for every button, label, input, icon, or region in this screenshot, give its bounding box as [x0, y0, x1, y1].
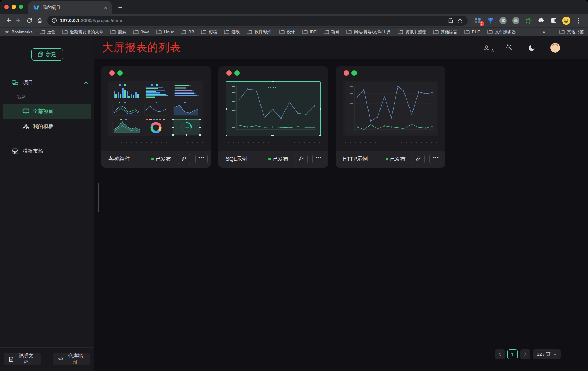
- project-name: 各种组件: [108, 156, 151, 162]
- browser-toolbar: 127.0.0.1:3000/#/project/items 9 ⌘: [0, 14, 588, 27]
- card-dotted-divider: [226, 142, 321, 143]
- project-thumbnail[interactable]: [226, 81, 321, 136]
- edit-project-button[interactable]: [412, 154, 425, 164]
- extension-command-icon[interactable]: ⌘: [499, 16, 507, 25]
- chevron-left-icon: [498, 352, 501, 356]
- project-thumbnail[interactable]: [343, 81, 438, 136]
- bookmark-folder[interactable]: 搜索: [110, 29, 126, 35]
- bookmark-folder[interactable]: 文件服务器: [487, 29, 516, 35]
- sidebar-toggle-icon[interactable]: [550, 16, 558, 25]
- sidebar-section-mine: 我的: [0, 94, 94, 100]
- bookmark-folder[interactable]: 运营: [40, 29, 55, 35]
- share-icon[interactable]: [446, 16, 455, 25]
- home-icon[interactable]: [34, 15, 45, 26]
- sidebar: 新建 项目 我的 全部项目 我的模板 模板市场: [0, 36, 94, 371]
- sidebar-group-project[interactable]: 项目: [0, 75, 94, 90]
- sidebar-item-all-projects[interactable]: 全部项目: [3, 104, 91, 119]
- edit-project-button[interactable]: [178, 154, 190, 164]
- folder-icon: [110, 30, 116, 34]
- user-avatar[interactable]: [550, 43, 560, 53]
- minimize-window-button[interactable]: [12, 5, 16, 9]
- page-size-select[interactable]: 12 / 页: [533, 349, 561, 359]
- other-bookmarks-folder[interactable]: 其他书签: [559, 29, 584, 35]
- address-bar[interactable]: 127.0.0.1:3000/#/project/items: [47, 16, 468, 26]
- browser-tab[interactable]: 我的项目 ×: [28, 1, 112, 14]
- bookmark-folder[interactable]: IDE: [302, 30, 317, 34]
- new-tab-button[interactable]: +: [115, 2, 126, 13]
- folder-icon: [302, 30, 308, 34]
- card-footer: HTTP示例 已发布 •••: [336, 151, 445, 168]
- sidebar-item-my-templates[interactable]: 我的模板: [3, 119, 91, 134]
- project-icon: [12, 80, 18, 86]
- forward-icon[interactable]: [13, 15, 24, 26]
- bookmark-folder[interactable]: 软件/硬件: [247, 29, 272, 35]
- extension-badge: 9: [480, 21, 484, 26]
- bookmarks-overflow-chevron[interactable]: »: [543, 29, 545, 34]
- chevron-up-icon[interactable]: [84, 81, 88, 84]
- dark-mode-moon-icon[interactable]: [527, 43, 537, 52]
- page-number-button[interactable]: 1: [507, 349, 518, 359]
- site-info-icon[interactable]: [52, 18, 57, 23]
- sidebar-item-template-market[interactable]: 模板市场: [0, 144, 94, 159]
- bookmarks-divider: [552, 29, 552, 34]
- project-card[interactable]: 25.00% 各种组件 已发布 •••: [101, 66, 211, 168]
- sidebar-divider: [6, 72, 88, 72]
- project-name: SQL示例: [226, 156, 268, 162]
- bookmark-folder[interactable]: 资讯未整理: [398, 29, 426, 35]
- folder-icon: [324, 30, 329, 34]
- folder-icon: [279, 30, 285, 34]
- bookmark-folder[interactable]: 项目: [324, 29, 340, 35]
- bookmark-folder[interactable]: 游戏: [224, 29, 240, 35]
- folder-icon: [133, 30, 139, 34]
- docs-button[interactable]: 说明文档: [4, 353, 41, 365]
- close-window-button[interactable]: [4, 5, 9, 9]
- card-dotted-divider: [108, 142, 203, 143]
- project-name: HTTP示例: [343, 156, 386, 162]
- next-page-button[interactable]: [520, 349, 530, 359]
- tab-strip: 我的项目 × +: [0, 0, 588, 14]
- zoom-window-button[interactable]: [19, 5, 23, 9]
- project-thumbnail[interactable]: 25.00%: [108, 81, 203, 136]
- more-actions-button[interactable]: •••: [312, 154, 325, 164]
- more-actions-button[interactable]: •••: [195, 154, 208, 164]
- extensions-puzzle-icon[interactable]: [537, 16, 546, 25]
- tab-close-icon[interactable]: ×: [102, 4, 109, 11]
- folder-icon: [559, 30, 565, 34]
- hammer-icon: [299, 156, 304, 162]
- profile-avatar-icon[interactable]: [562, 17, 570, 25]
- extension-grid-icon[interactable]: 9: [473, 16, 482, 25]
- bookmark-folder[interactable]: 网站/博客/文章/工具: [346, 29, 391, 35]
- bookmark-folder[interactable]: Linux: [156, 30, 174, 34]
- language-toggle-icon[interactable]: 文A: [482, 43, 491, 52]
- bookmark-folder[interactable]: Java: [133, 30, 149, 34]
- ellipsis-icon: •••: [316, 158, 322, 160]
- card-traffic-dots: [344, 70, 357, 76]
- bookmark-folder[interactable]: 设计: [279, 29, 295, 35]
- new-project-button[interactable]: 新建: [31, 48, 63, 61]
- project-card[interactable]: HTTP示例 已发布 •••: [336, 66, 445, 168]
- bookmarks-manager-item[interactable]: Bookmarks: [4, 29, 33, 34]
- prev-page-button[interactable]: [495, 349, 505, 359]
- extension-gem-icon[interactable]: [486, 16, 495, 25]
- magic-wand-icon[interactable]: [505, 43, 514, 52]
- back-icon[interactable]: [3, 15, 13, 26]
- edit-project-button[interactable]: [295, 154, 308, 164]
- more-actions-button[interactable]: •••: [429, 154, 442, 164]
- project-card[interactable]: SQL示例 已发布 •••: [218, 66, 328, 168]
- bookmark-folder[interactable]: 近期需要读的文章: [62, 29, 103, 35]
- repo-button[interactable]: </> 仓库地址: [53, 353, 90, 365]
- reload-icon[interactable]: [24, 15, 34, 26]
- bookmark-folder[interactable]: DB: [181, 30, 194, 34]
- scrollbar-thumb[interactable]: [98, 183, 99, 212]
- bookmark-star-icon[interactable]: [455, 16, 465, 25]
- extension-recorder-icon[interactable]: [511, 16, 520, 25]
- sidebar-footer: 说明文档 </> 仓库地址: [0, 347, 94, 371]
- bookmark-folder[interactable]: PHP: [464, 30, 481, 34]
- market-icon: [12, 148, 18, 154]
- chevron-right-icon: [524, 352, 527, 356]
- bookmark-folder[interactable]: 其他语言: [433, 29, 457, 35]
- browser-menu-icon[interactable]: [574, 16, 583, 25]
- status-dot: [386, 158, 388, 160]
- bookmark-folder[interactable]: 前端: [201, 29, 217, 35]
- extension-star-icon[interactable]: [524, 16, 533, 25]
